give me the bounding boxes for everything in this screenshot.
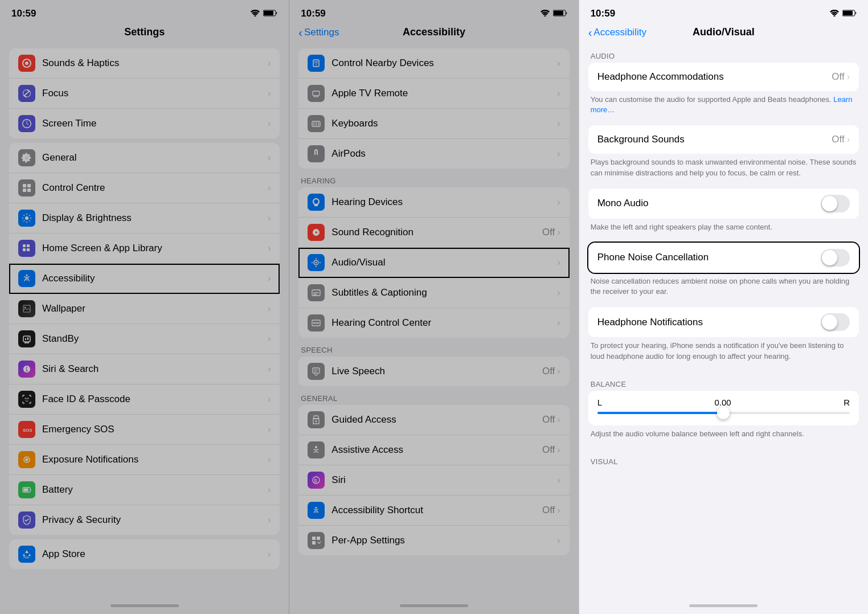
a11yshortcut-label: Accessibility Shortcut xyxy=(331,504,542,517)
row-keyboards[interactable]: Keyboards › xyxy=(298,109,569,139)
exposure-icon xyxy=(18,451,35,468)
accessibility-icon xyxy=(18,270,35,287)
row-siri-a11y[interactable]: S Siri › xyxy=(298,465,569,496)
nav-back-audiovisual[interactable]: ‹ Accessibility xyxy=(588,27,646,38)
mono-audio-toggle[interactable] xyxy=(821,195,850,212)
row-a11yshortcut[interactable]: Accessibility Shortcut Off › xyxy=(298,496,569,526)
nav-title-3: Audio/Visual xyxy=(693,26,755,38)
headphone-notif-toggle[interactable] xyxy=(821,313,850,331)
speech-section-label: SPEECH xyxy=(289,342,578,357)
scroll-content-2[interactable]: Control Nearby Devices › Apple TV Remote… xyxy=(289,44,578,600)
svg-point-17 xyxy=(28,398,29,399)
row-siri[interactable]: Siri & Search › xyxy=(9,354,280,384)
exposure-content: Exposure Notifications xyxy=(42,453,268,466)
status-bar-3: 10:59 xyxy=(579,0,868,23)
svg-point-43 xyxy=(317,322,319,324)
row-perappsettings[interactable]: Per-App Settings › xyxy=(298,526,569,555)
balance-l: L xyxy=(597,398,602,407)
svg-point-24 xyxy=(544,15,546,17)
row-faceid[interactable]: Face ID & Passcode › xyxy=(9,384,280,415)
section-visual: VISUAL xyxy=(579,454,868,468)
row-accessibility[interactable]: Accessibility › xyxy=(9,264,280,294)
controlcentre-label: Control Centre xyxy=(42,182,268,194)
bg-sounds-content: Background Sounds xyxy=(597,133,832,146)
headphone-accom-value: Off xyxy=(832,71,844,83)
row-homescreen[interactable]: Home Screen & App Library › xyxy=(9,234,280,264)
sos-content: Emergency SOS xyxy=(42,423,268,436)
row-privacy[interactable]: Privacy & Security › xyxy=(9,505,280,535)
row-mono-audio[interactable]: Mono Audio xyxy=(588,189,859,219)
time-2: 10:59 xyxy=(301,8,325,19)
row-subtitles[interactable]: Subtitles & Captioning › xyxy=(298,278,569,308)
row-guidedaccess[interactable]: Guided Access Off › xyxy=(298,405,569,435)
row-hearingdevices[interactable]: Hearing Devices › xyxy=(298,187,569,218)
screentime-icon xyxy=(18,115,35,132)
mono-audio-desc: Make the left and right speakers play th… xyxy=(579,219,868,238)
row-display[interactable]: Display & Brightness › xyxy=(9,203,280,234)
row-controlnearby[interactable]: Control Nearby Devices › xyxy=(298,48,569,79)
row-audiovisual[interactable]: Audio/Visual › xyxy=(298,248,569,278)
nav-back-accessibility[interactable]: ‹ Settings xyxy=(298,27,339,38)
svg-rect-12 xyxy=(27,248,30,251)
noise-cancel-toggle[interactable] xyxy=(821,249,850,267)
guidedaccess-content: Guided Access xyxy=(331,414,542,426)
noise-cancel-knob xyxy=(822,250,837,265)
row-noise-cancel[interactable]: Phone Noise Cancellation xyxy=(588,243,859,273)
row-sounds[interactable]: Sounds & Haptics › xyxy=(9,48,280,79)
svg-rect-35 xyxy=(316,124,317,125)
status-bar-2: 10:59 xyxy=(289,0,578,23)
sos-label: Emergency SOS xyxy=(42,423,268,436)
row-controlcentre[interactable]: Control Centre › xyxy=(9,173,280,203)
panel-audiovisual: 10:59 ‹ Accessibility Audio/Visual AUDIO… xyxy=(579,0,868,614)
row-general[interactable]: General › xyxy=(9,143,280,173)
scroll-content-1[interactable]: Sounds & Haptics › Focus › xyxy=(0,44,289,600)
balance-slider-thumb[interactable] xyxy=(717,407,730,419)
row-exposure[interactable]: Exposure Notifications › xyxy=(9,445,280,475)
balance-slider-fill xyxy=(597,412,724,414)
list-headphone-notif: Headphone Notifications xyxy=(588,307,859,337)
status-icons-3 xyxy=(830,9,857,19)
keyboards-icon xyxy=(308,115,325,132)
row-sos[interactable]: SOS Emergency SOS › xyxy=(9,415,280,445)
focus-right: › xyxy=(268,88,271,99)
siri-a11y-icon: S xyxy=(308,472,325,489)
svg-point-0 xyxy=(255,15,256,17)
controlnearby-icon xyxy=(308,55,325,72)
row-headphone-notif[interactable]: Headphone Notifications xyxy=(588,307,859,337)
airpods-icon xyxy=(308,145,325,162)
row-hearingcontrol[interactable]: Hearing Control Center › xyxy=(298,308,569,338)
row-livespeech[interactable]: Live Speech Off › xyxy=(298,357,569,386)
row-bg-sounds[interactable]: Background Sounds Off › xyxy=(588,125,859,154)
row-soundrecog[interactable]: Sound Recognition Off › xyxy=(298,218,569,248)
hearingdevices-right: › xyxy=(557,197,560,207)
row-assistiveaccess[interactable]: Assistive Access Off › xyxy=(298,435,569,465)
row-screentime[interactable]: Screen Time › xyxy=(9,109,280,138)
controlcentre-right: › xyxy=(268,183,271,193)
battery-icon-2 xyxy=(553,9,567,19)
hearing-section-label: HEARING xyxy=(289,173,578,187)
svg-point-41 xyxy=(313,322,315,324)
svg-rect-30 xyxy=(312,121,320,126)
row-appstore[interactable]: App App Store › xyxy=(9,539,280,569)
row-battery[interactable]: Battery › xyxy=(9,475,280,505)
row-focus[interactable]: Focus › xyxy=(9,79,280,109)
balance-slider-track[interactable] xyxy=(597,412,850,414)
nav-title-2: Accessibility xyxy=(403,26,465,38)
scroll-content-3[interactable]: AUDIO Headphone Accommodations Off › You… xyxy=(579,44,868,600)
assistiveaccess-icon xyxy=(308,441,325,459)
home-bar-3 xyxy=(689,604,758,607)
faceid-label: Face ID & Passcode xyxy=(42,393,268,406)
svg-point-46 xyxy=(316,420,317,422)
row-headphone-accom[interactable]: Headphone Accommodations Off › xyxy=(588,63,859,91)
svg-rect-45 xyxy=(314,416,318,419)
row-appletv[interactable]: Apple TV Remote › xyxy=(298,79,569,109)
row-airpods[interactable]: AirPods › xyxy=(298,139,569,169)
row-standby[interactable]: StandBy › xyxy=(9,324,280,354)
noise-cancel-content: Phone Noise Cancellation xyxy=(597,251,821,264)
row-wallpaper[interactable]: Wallpaper › xyxy=(9,294,280,324)
learn-more-link[interactable]: Learn more… xyxy=(591,95,853,114)
perappsettings-content: Per-App Settings xyxy=(331,534,557,547)
svg-rect-34 xyxy=(313,124,314,125)
sounds-icon xyxy=(18,55,35,72)
panel-settings: 10:59 Settings Sounds & Haptics xyxy=(0,0,289,614)
